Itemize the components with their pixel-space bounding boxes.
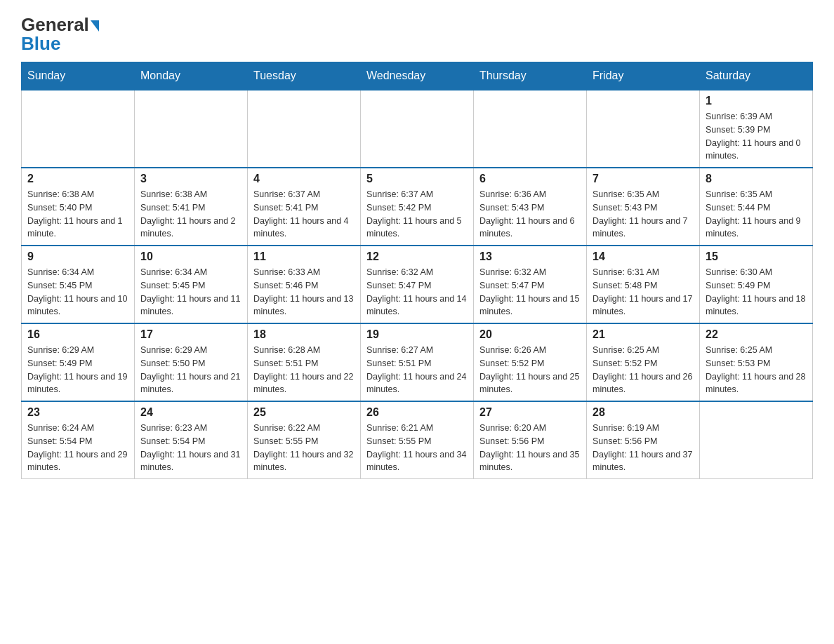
day-number: 1 [706,95,807,107]
day-info: Sunrise: 6:32 AM Sunset: 5:47 PM Dayligh… [366,266,468,318]
calendar-cell [248,90,361,168]
day-info: Sunrise: 6:22 AM Sunset: 5:55 PM Dayligh… [253,422,355,474]
day-info: Sunrise: 6:27 AM Sunset: 5:51 PM Dayligh… [366,344,468,396]
day-info: Sunrise: 6:19 AM Sunset: 5:56 PM Dayligh… [593,422,694,474]
day-number: 26 [366,406,468,419]
day-number: 19 [366,328,468,341]
calendar-cell [474,90,587,168]
calendar-cell: 18Sunrise: 6:28 AM Sunset: 5:51 PM Dayli… [248,323,361,401]
day-info: Sunrise: 6:37 AM Sunset: 5:42 PM Dayligh… [366,188,468,241]
day-number: 5 [366,173,468,185]
calendar-cell: 16Sunrise: 6:29 AM Sunset: 5:49 PM Dayli… [22,323,135,401]
day-info: Sunrise: 6:38 AM Sunset: 5:41 PM Dayligh… [140,188,241,241]
calendar-cell: 5Sunrise: 6:37 AM Sunset: 5:42 PM Daylig… [361,168,474,246]
day-info: Sunrise: 6:34 AM Sunset: 5:45 PM Dayligh… [140,266,241,318]
day-info: Sunrise: 6:24 AM Sunset: 5:54 PM Dayligh… [27,422,128,474]
calendar-cell: 23Sunrise: 6:24 AM Sunset: 5:54 PM Dayli… [22,401,135,479]
calendar-cell: 7Sunrise: 6:35 AM Sunset: 5:43 PM Daylig… [587,168,700,246]
calendar-cell: 10Sunrise: 6:34 AM Sunset: 5:45 PM Dayli… [135,246,248,323]
day-info: Sunrise: 6:29 AM Sunset: 5:50 PM Dayligh… [140,344,241,396]
calendar-cell: 24Sunrise: 6:23 AM Sunset: 5:54 PM Dayli… [135,401,248,479]
day-number: 3 [140,173,241,185]
day-info: Sunrise: 6:29 AM Sunset: 5:49 PM Dayligh… [27,344,128,396]
day-number: 17 [140,328,241,341]
calendar-cell: 1Sunrise: 6:39 AM Sunset: 5:39 PM Daylig… [700,90,813,168]
day-number: 7 [593,173,694,185]
calendar-cell: 22Sunrise: 6:25 AM Sunset: 5:53 PM Dayli… [700,323,813,401]
day-number: 23 [27,406,128,419]
logo: General Blue [21,14,99,55]
day-number: 9 [27,250,128,263]
day-info: Sunrise: 6:35 AM Sunset: 5:44 PM Dayligh… [706,188,807,241]
calendar-cell: 20Sunrise: 6:26 AM Sunset: 5:52 PM Dayli… [474,323,587,401]
day-number: 16 [27,328,128,341]
day-info: Sunrise: 6:38 AM Sunset: 5:40 PM Dayligh… [27,188,128,241]
calendar-table: SundayMondayTuesdayWednesdayThursdayFrid… [21,62,813,479]
day-info: Sunrise: 6:23 AM Sunset: 5:54 PM Dayligh… [140,422,241,474]
page-header: General Blue [21,14,813,55]
calendar-cell: 3Sunrise: 6:38 AM Sunset: 5:41 PM Daylig… [135,168,248,246]
day-header-wednesday: Wednesday [361,62,474,90]
day-info: Sunrise: 6:21 AM Sunset: 5:55 PM Dayligh… [366,422,468,474]
calendar-cell: 26Sunrise: 6:21 AM Sunset: 5:55 PM Dayli… [361,401,474,479]
day-header-saturday: Saturday [700,62,813,90]
day-info: Sunrise: 6:39 AM Sunset: 5:39 PM Dayligh… [706,110,807,163]
day-info: Sunrise: 6:32 AM Sunset: 5:47 PM Dayligh… [479,266,581,318]
day-info: Sunrise: 6:36 AM Sunset: 5:43 PM Dayligh… [479,188,581,241]
calendar-cell: 8Sunrise: 6:35 AM Sunset: 5:44 PM Daylig… [700,168,813,246]
day-number: 11 [253,250,355,263]
day-info: Sunrise: 6:35 AM Sunset: 5:43 PM Dayligh… [593,188,694,241]
day-number: 4 [253,173,355,185]
day-number: 24 [140,406,241,419]
day-info: Sunrise: 6:25 AM Sunset: 5:52 PM Dayligh… [593,344,694,396]
day-number: 10 [140,250,241,263]
day-info: Sunrise: 6:37 AM Sunset: 5:41 PM Dayligh… [253,188,355,241]
day-number: 21 [593,328,694,341]
day-header-sunday: Sunday [22,62,135,90]
calendar-cell: 27Sunrise: 6:20 AM Sunset: 5:56 PM Dayli… [474,401,587,479]
day-info: Sunrise: 6:25 AM Sunset: 5:53 PM Dayligh… [706,344,807,396]
calendar-cell [587,90,700,168]
day-number: 12 [366,250,468,263]
calendar-cell: 15Sunrise: 6:30 AM Sunset: 5:49 PM Dayli… [700,246,813,323]
logo-blue-text: Blue [21,33,60,55]
day-info: Sunrise: 6:26 AM Sunset: 5:52 PM Dayligh… [479,344,581,396]
calendar-cell: 25Sunrise: 6:22 AM Sunset: 5:55 PM Dayli… [248,401,361,479]
calendar-week-3: 16Sunrise: 6:29 AM Sunset: 5:49 PM Dayli… [22,323,813,401]
calendar-cell [700,401,813,479]
day-header-tuesday: Tuesday [248,62,361,90]
day-info: Sunrise: 6:30 AM Sunset: 5:49 PM Dayligh… [706,266,807,318]
day-number: 2 [27,173,128,185]
calendar-cell: 4Sunrise: 6:37 AM Sunset: 5:41 PM Daylig… [248,168,361,246]
calendar-cell: 21Sunrise: 6:25 AM Sunset: 5:52 PM Dayli… [587,323,700,401]
calendar-cell: 14Sunrise: 6:31 AM Sunset: 5:48 PM Dayli… [587,246,700,323]
day-info: Sunrise: 6:28 AM Sunset: 5:51 PM Dayligh… [253,344,355,396]
day-number: 15 [706,250,807,263]
calendar-week-4: 23Sunrise: 6:24 AM Sunset: 5:54 PM Dayli… [22,401,813,479]
logo-arrow-icon [91,20,99,32]
day-number: 6 [479,173,581,185]
day-info: Sunrise: 6:20 AM Sunset: 5:56 PM Dayligh… [479,422,581,474]
day-number: 22 [706,328,807,341]
calendar-cell: 17Sunrise: 6:29 AM Sunset: 5:50 PM Dayli… [135,323,248,401]
day-number: 8 [706,173,807,185]
calendar-cell: 19Sunrise: 6:27 AM Sunset: 5:51 PM Dayli… [361,323,474,401]
day-header-monday: Monday [135,62,248,90]
calendar-cell: 13Sunrise: 6:32 AM Sunset: 5:47 PM Dayli… [474,246,587,323]
day-info: Sunrise: 6:34 AM Sunset: 5:45 PM Dayligh… [27,266,128,318]
calendar-week-0: 1Sunrise: 6:39 AM Sunset: 5:39 PM Daylig… [22,90,813,168]
calendar-cell [135,90,248,168]
day-number: 13 [479,250,581,263]
calendar-header-row: SundayMondayTuesdayWednesdayThursdayFrid… [22,62,813,90]
calendar-week-1: 2Sunrise: 6:38 AM Sunset: 5:40 PM Daylig… [22,168,813,246]
day-info: Sunrise: 6:31 AM Sunset: 5:48 PM Dayligh… [593,266,694,318]
calendar-cell: 9Sunrise: 6:34 AM Sunset: 5:45 PM Daylig… [22,246,135,323]
calendar-cell: 6Sunrise: 6:36 AM Sunset: 5:43 PM Daylig… [474,168,587,246]
day-header-thursday: Thursday [474,62,587,90]
day-header-friday: Friday [587,62,700,90]
day-number: 20 [479,328,581,341]
day-number: 25 [253,406,355,419]
day-number: 14 [593,250,694,263]
day-info: Sunrise: 6:33 AM Sunset: 5:46 PM Dayligh… [253,266,355,318]
day-number: 28 [593,406,694,419]
